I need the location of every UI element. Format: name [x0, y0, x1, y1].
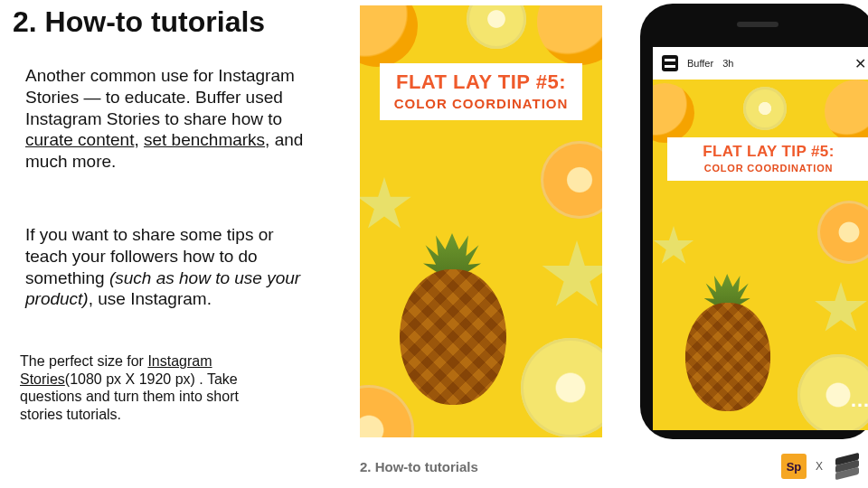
phone-tip-line1: FLAT LAY TIP #5: — [675, 143, 863, 161]
link-curate-content[interactable]: curate content — [25, 130, 134, 149]
more-icon[interactable]: … — [850, 389, 868, 412]
fruit-orange-icon — [825, 80, 868, 143]
footer-caption: 2. How-to tutorials — [360, 459, 478, 474]
fruit-orange-icon — [653, 83, 694, 143]
notes-text-a: The perfect size for — [20, 353, 147, 369]
paragraph-2: If you want to share some tips or teach … — [25, 224, 315, 310]
story-statusbar: Buffer 3h ✕ — [653, 47, 868, 80]
fruit-lemon-slice-icon — [743, 87, 787, 130]
fruit-orange-icon — [537, 5, 602, 65]
story-tip-line1: FLAT LAY TIP #5: — [389, 70, 573, 94]
footer-close-label: X — [816, 460, 823, 473]
fruit-starfruit-icon — [814, 282, 868, 336]
phone-mockup: Buffer 3h ✕ FLAT LAY TIP #5: COLOR COORD… — [640, 4, 868, 439]
para1-text-b: , — [134, 130, 144, 149]
link-set-benchmarks[interactable]: set benchmarks — [144, 130, 265, 149]
adobe-spark-badge-icon: Sp — [781, 454, 807, 479]
slide-heading: 2. How-to tutorials — [13, 5, 265, 39]
buffer-logo-icon — [662, 55, 678, 71]
para1-text-a: Another common use for Instagram Stories… — [25, 66, 295, 128]
fruit-starfruit-icon — [541, 240, 602, 313]
para2-text-b: , use Instagram. — [89, 289, 212, 308]
paragraph-1: Another common use for Instagram Stories… — [25, 65, 315, 173]
phone-screen: Buffer 3h ✕ FLAT LAY TIP #5: COLOR COORD… — [653, 47, 868, 430]
phone-tip-card: FLAT LAY TIP #5: COLOR COORDINATION — [667, 137, 868, 181]
story-mockup: FLAT LAY TIP #5: COLOR COORDINATION — [360, 5, 602, 437]
fruit-starfruit-icon — [360, 177, 412, 233]
fruit-pineapple-icon — [674, 274, 782, 411]
fruit-lemon-slice-icon — [467, 5, 526, 49]
story-tip-card: FLAT LAY TIP #5: COLOR COORDINATION — [380, 63, 582, 120]
close-icon[interactable]: ✕ — [854, 55, 866, 72]
slide-root: 2. How-to tutorials Another common use f… — [0, 0, 868, 488]
fruit-orange-slice-icon — [541, 141, 602, 219]
story-account-name: Buffer — [687, 58, 713, 69]
story-tip-line2: COLOR COORDINATION — [389, 96, 573, 111]
fruit-pineapple-icon — [385, 233, 521, 405]
fruit-lemon-slice-icon — [521, 338, 602, 437]
fruit-orange-icon — [360, 5, 418, 67]
story-time: 3h — [722, 58, 733, 69]
fruit-starfruit-icon — [653, 226, 694, 267]
stack-icon — [835, 455, 859, 477]
phone-tip-line2: COLOR COORDINATION — [675, 163, 863, 174]
slide-footer: 2. How-to tutorials Sp X — [360, 446, 868, 486]
notes-paragraph: The perfect size for Instagram Stories(1… — [20, 352, 260, 423]
fruit-orange-slice-icon — [817, 201, 868, 264]
